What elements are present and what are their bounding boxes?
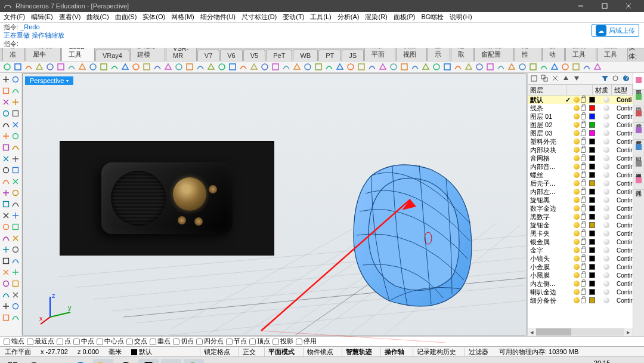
material-icon[interactable] [603, 297, 609, 303]
lock-icon[interactable] [581, 139, 586, 144]
toolbar-button[interactable] [142, 62, 151, 72]
panel-tab[interactable]: 属性 [633, 173, 644, 190]
lock-icon[interactable] [581, 198, 586, 203]
side-tool-button[interactable] [11, 267, 20, 278]
status-cell[interactable]: 平面模式 [264, 347, 298, 356]
side-tool-button[interactable] [1, 165, 10, 176]
toolbar-button[interactable] [260, 62, 270, 72]
toolbar-button[interactable] [281, 62, 291, 72]
bulb-icon[interactable] [574, 264, 580, 270]
bulb-icon[interactable] [574, 205, 580, 211]
bulb-icon[interactable] [574, 214, 580, 220]
layer-row[interactable]: 图层 03Contir [528, 129, 633, 137]
osnap-option[interactable]: 交点 [126, 337, 147, 346]
color-swatch[interactable] [589, 155, 595, 161]
toolbar-button[interactable] [163, 62, 173, 72]
toolbar-button[interactable] [206, 62, 216, 72]
toolbar-button[interactable] [496, 62, 506, 72]
toolbar-button[interactable] [217, 62, 227, 72]
toolbar-button[interactable] [571, 62, 581, 72]
layer-row[interactable]: 图层 02Contir [528, 121, 633, 129]
tb-rhino[interactable] [161, 359, 181, 364]
toolbar-button[interactable] [593, 62, 602, 72]
toolbar-button[interactable] [185, 62, 194, 72]
maximize-button[interactable] [593, 0, 617, 12]
status-cell[interactable]: 操作轴 [380, 347, 408, 356]
lock-icon[interactable] [581, 131, 586, 136]
layer-row[interactable]: 内部音...Contir [528, 162, 633, 171]
toolbar-button[interactable] [475, 62, 484, 72]
tb-app2[interactable] [138, 359, 159, 364]
side-tool-button[interactable] [11, 74, 20, 85]
layer-row[interactable]: 内部左...Contir [528, 187, 633, 196]
menu-item[interactable]: 编辑(E) [31, 13, 53, 21]
material-icon[interactable] [603, 230, 609, 236]
material-icon[interactable] [603, 172, 609, 178]
side-tool-button[interactable] [11, 278, 20, 289]
bulb-icon[interactable] [574, 230, 580, 236]
side-tool-button[interactable] [11, 119, 20, 130]
toolbar-button[interactable] [67, 62, 76, 72]
status-cell[interactable]: 默认 [129, 347, 154, 356]
move-down-icon[interactable] [573, 75, 581, 82]
side-tool-button[interactable] [1, 97, 10, 107]
lock-icon[interactable] [581, 281, 586, 287]
lock-icon[interactable] [581, 156, 586, 161]
toolbar-button[interactable] [464, 62, 473, 72]
toolbar-button[interactable] [131, 62, 141, 72]
panel-tab[interactable]: 材质库 [633, 123, 644, 140]
bulb-icon[interactable] [574, 289, 580, 295]
taskview-button[interactable] [48, 359, 68, 364]
lock-icon[interactable] [581, 290, 586, 295]
toolbar-button[interactable] [335, 62, 345, 72]
side-tool-button[interactable] [11, 176, 20, 187]
minimize-button[interactable] [569, 0, 593, 12]
side-tool-button[interactable] [1, 312, 10, 323]
material-icon[interactable] [603, 97, 609, 103]
layer-row[interactable]: 旋钮黑Contir [528, 196, 633, 204]
layer-row[interactable]: 金字Contir [528, 246, 633, 254]
toolbar-button[interactable] [35, 62, 44, 72]
color-swatch[interactable] [589, 297, 595, 303]
color-swatch[interactable] [589, 230, 595, 236]
side-tool-button[interactable] [1, 256, 10, 266]
material-icon[interactable] [603, 256, 609, 262]
bulb-icon[interactable] [574, 239, 580, 245]
toolbar-button[interactable] [518, 62, 527, 72]
tools-icon[interactable] [612, 75, 620, 82]
toolbar-button[interactable] [324, 62, 334, 72]
layers-hscroll[interactable]: ◂▸ [528, 328, 633, 336]
tb-wechat[interactable] [184, 359, 204, 364]
lock-icon[interactable] [581, 239, 586, 245]
layer-row[interactable]: 螺丝Contir [528, 171, 633, 179]
material-icon[interactable] [603, 214, 609, 220]
osnap-option[interactable]: 中心点 [97, 337, 124, 346]
toolbar-button[interactable] [56, 62, 66, 72]
menu-item[interactable]: 细分物件(U) [200, 13, 236, 21]
toolbar-button[interactable] [13, 62, 23, 72]
toolbar-button[interactable] [174, 62, 184, 72]
layer-row[interactable]: 图层 01Contir [528, 112, 633, 121]
filter-icon[interactable] [601, 75, 609, 82]
material-icon[interactable] [603, 222, 609, 228]
toolbar-button[interactable] [367, 62, 377, 72]
osnap-option[interactable]: 切点 [173, 337, 194, 346]
color-swatch[interactable] [589, 222, 595, 228]
side-tool-button[interactable] [1, 222, 10, 232]
bulb-icon[interactable] [574, 247, 580, 253]
side-tool-button[interactable] [1, 153, 10, 164]
layer-row[interactable]: 银金属Contir [528, 238, 633, 246]
lock-icon[interactable] [581, 164, 586, 170]
side-tool-button[interactable] [11, 199, 20, 210]
toolbar-button[interactable] [357, 62, 366, 72]
toolbar-button[interactable] [88, 62, 98, 72]
panel-tab[interactable]: 记命名视图 [633, 156, 644, 173]
menu-item[interactable]: BG螺栓 [421, 13, 444, 21]
color-swatch[interactable] [589, 164, 595, 170]
side-tool-button[interactable] [11, 131, 20, 141]
color-swatch[interactable] [589, 97, 595, 103]
material-icon[interactable] [603, 113, 609, 119]
side-tool-button[interactable] [11, 153, 20, 164]
osnap-option[interactable]: 最近点 [27, 337, 54, 346]
color-swatch[interactable] [589, 139, 595, 144]
